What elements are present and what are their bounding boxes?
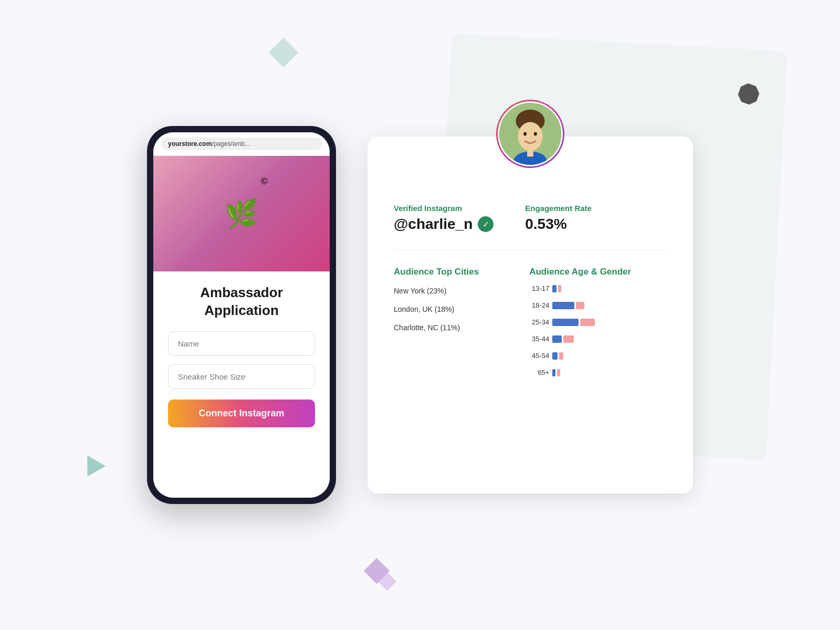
deco-diamond-top-left (269, 38, 299, 68)
male-bar-45-54 (552, 352, 558, 360)
phone-logo: 🌿 (225, 200, 259, 227)
deco-diamond-bottom-center2 (378, 572, 396, 591)
city-item-3: Charlotte, NC (11%) (394, 321, 508, 334)
copyright-symbol: © (261, 176, 268, 187)
male-bar-25-34 (552, 319, 579, 326)
bar-group-18-24 (552, 302, 584, 309)
audience-row: Audience Top Cities New York (23%) Londo… (394, 267, 667, 380)
card-divider (394, 249, 667, 250)
age-row-18-24: 18-24 (529, 301, 667, 309)
engagement-rate-value: 0.53% (525, 216, 566, 233)
age-row-25-34: 25-34 (529, 318, 667, 326)
stats-row: Verified Instagram @charlie_n ✓ Engageme… (394, 204, 667, 233)
male-bar-18-24 (552, 302, 574, 309)
avatar (498, 101, 563, 166)
female-bar-45-54 (559, 352, 563, 360)
bar-group-13-17 (552, 285, 561, 292)
instagram-handle: @charlie_n (394, 216, 472, 233)
male-bar-35-44 (552, 335, 562, 343)
phone-mockup: yourstore.com/pages/amb... 🌿 © Ambassado… (147, 126, 336, 504)
female-bar-13-17 (558, 285, 561, 292)
audience-cities-col: Audience Top Cities New York (23%) Londo… (394, 267, 508, 335)
form-title-line1: Ambassador (200, 285, 283, 300)
female-bar-65plus (557, 369, 560, 376)
audience-age-gender-col: Audience Age & Gender 13-17 18-24 (529, 267, 667, 380)
main-container: yourstore.com/pages/amb... 🌿 © Ambassado… (147, 126, 693, 504)
url-domain: yourstore.com (168, 140, 212, 148)
svg-point-4 (534, 132, 537, 136)
bar-group-25-34 (552, 319, 595, 326)
age-label-25-34: 25-34 (529, 318, 549, 326)
url-path: /pages/amb... (212, 140, 250, 148)
svg-point-3 (523, 132, 527, 136)
age-label-13-17: 13-17 (529, 285, 549, 292)
age-row-35-44: 35-44 (529, 335, 667, 343)
phone-browser-bar: yourstore.com/pages/amb... (153, 132, 330, 156)
age-row-13-17: 13-17 (529, 285, 667, 292)
bar-group-35-44 (552, 335, 574, 343)
female-bar-25-34 (580, 319, 595, 326)
verified-instagram-value-row: @charlie_n ✓ (394, 216, 494, 233)
url-bar: yourstore.com/pages/amb... (161, 138, 322, 150)
form-title: Ambassador Application (200, 284, 283, 320)
profile-card: Verified Instagram @charlie_n ✓ Engageme… (368, 136, 693, 494)
male-bar-13-17 (552, 285, 556, 292)
engagement-rate-label: Engagement Rate (525, 204, 592, 213)
age-row-65plus: 65+ (529, 369, 667, 376)
bar-group-45-54 (552, 352, 563, 360)
age-label-45-54: 45-54 (529, 352, 549, 360)
deco-arrow-bottom-left (78, 450, 106, 476)
form-title-line2: Application (204, 302, 279, 318)
name-input[interactable] (168, 331, 315, 356)
shoe-size-input[interactable] (168, 364, 315, 389)
audience-age-gender-title: Audience Age & Gender (529, 267, 667, 277)
avatar-svg (499, 102, 561, 165)
deco-square-top-right (736, 81, 762, 107)
bar-group-65plus (552, 369, 560, 376)
verified-instagram-block: Verified Instagram @charlie_n ✓ (394, 204, 494, 233)
age-label-35-44: 35-44 (529, 335, 549, 343)
svg-rect-6 (527, 149, 533, 157)
audience-top-cities-title: Audience Top Cities (394, 267, 508, 277)
female-bar-35-44 (563, 335, 574, 343)
verified-instagram-label: Verified Instagram (394, 204, 494, 213)
connect-instagram-button[interactable]: Connect Instagram (168, 400, 315, 427)
engagement-rate-value-row: 0.53% (525, 216, 592, 233)
avatar-ring (496, 100, 564, 168)
city-item-2: London, UK (18%) (394, 303, 508, 316)
phone-form-area: Ambassador Application Connect Instagram (153, 271, 330, 498)
age-row-45-54: 45-54 (529, 352, 667, 360)
phone-header: 🌿 © (153, 156, 330, 271)
deco-diamond-bottom-center (364, 558, 390, 584)
logo-icon: 🌿 (225, 200, 259, 227)
avatar-container (496, 100, 564, 168)
city-item-1: New York (23%) (394, 285, 508, 298)
male-bar-65plus (552, 369, 555, 376)
verified-checkmark-icon: ✓ (478, 216, 494, 232)
age-label-65plus: 65+ (529, 369, 549, 376)
age-label-18-24: 18-24 (529, 301, 549, 309)
engagement-rate-block: Engagement Rate 0.53% (525, 204, 592, 233)
female-bar-18-24 (576, 302, 584, 309)
svg-point-2 (518, 122, 542, 151)
phone-inner: yourstore.com/pages/amb... 🌿 © Ambassado… (153, 132, 330, 498)
